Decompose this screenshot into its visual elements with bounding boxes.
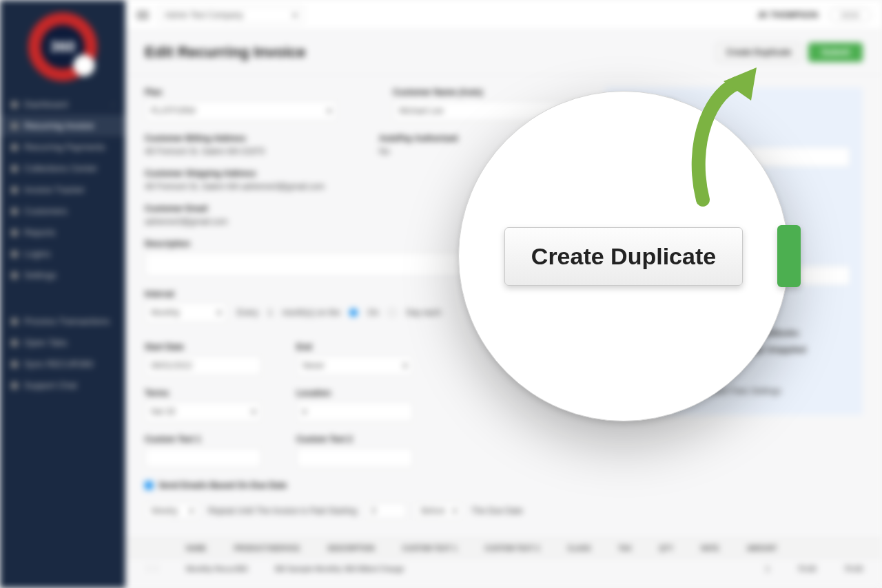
end-select[interactable]: Never▾ bbox=[296, 355, 413, 376]
radio-on-label: On bbox=[367, 308, 378, 317]
col-name: NAME bbox=[186, 545, 206, 552]
drag-handle-icon[interactable]: ⋮⋮ bbox=[145, 565, 158, 574]
col-description: DESCRIPTION bbox=[327, 545, 374, 552]
logo: 360 bbox=[0, 0, 125, 90]
send-email-label: Send Emails Based On Due Date bbox=[158, 481, 287, 490]
sidebar-item-reports[interactable]: Reports bbox=[0, 222, 125, 243]
custom-text2-input[interactable] bbox=[296, 448, 413, 468]
create-duplicate-button-zoomed[interactable]: Create Duplicate bbox=[504, 227, 743, 286]
sidebar-item-label: Recurring Payments bbox=[24, 142, 105, 152]
col-rate: RATE bbox=[701, 545, 719, 552]
col-amount: AMOUNT bbox=[747, 545, 777, 552]
chevron-down-icon: ▾ bbox=[293, 10, 297, 20]
menu-icon[interactable] bbox=[136, 10, 149, 20]
col-qty: QTY bbox=[659, 545, 674, 552]
billing-value: 48 Fremont St, Salem MA 01970 bbox=[145, 147, 269, 156]
table-row[interactable]: ⋮⋮ Monthly Recur360 Bill Sample Monthly … bbox=[125, 559, 882, 578]
location-select[interactable]: ▾ bbox=[296, 401, 413, 422]
interval-num: 1 bbox=[268, 308, 273, 317]
sidebar-item-label: Logins bbox=[24, 249, 50, 259]
row-qty: 1 bbox=[766, 565, 770, 573]
sidebar-item-label: Process Transactions bbox=[24, 316, 110, 326]
row-desc: Bill Sample Monthly 360 Billed Charge bbox=[275, 565, 404, 573]
chevron-down-icon: ▾ bbox=[217, 308, 221, 317]
sidebar-item-label: Collections Center bbox=[24, 163, 97, 174]
terms-select[interactable]: Net 30▾ bbox=[145, 401, 262, 422]
chevron-down-icon: ▾ bbox=[189, 506, 194, 516]
col-product: PRODUCT/SERVICE bbox=[234, 545, 300, 552]
sidebar-item-settings[interactable]: Settings bbox=[0, 264, 125, 286]
col-custom1: CUSTOM TEXT 1 bbox=[402, 545, 458, 552]
interval-unit-label: month(s) on the bbox=[282, 308, 340, 317]
sidebar-item-label: Sync RECUR360 bbox=[24, 359, 93, 369]
username: JK THOMPSON bbox=[757, 10, 818, 20]
signout-button[interactable]: SIGN bbox=[829, 8, 871, 22]
sidebar-item-label: Support Chat bbox=[24, 380, 77, 390]
due-date-text: The Due Date bbox=[471, 506, 523, 516]
start-date-label: Start Date bbox=[145, 342, 269, 352]
chevron-down-icon: ▾ bbox=[327, 106, 331, 116]
row-name: Monthly Recur360 bbox=[186, 565, 247, 573]
send-email-checkbox[interactable] bbox=[145, 481, 153, 490]
sidebar-item-label: Reports bbox=[24, 227, 56, 238]
logo-badge-icon bbox=[73, 54, 95, 76]
plan-label: Plan bbox=[145, 87, 338, 97]
plan-select[interactable]: PLATFORM▾ bbox=[145, 101, 338, 121]
sidebar-item-label: Dashboard bbox=[24, 99, 68, 109]
sidebar-item-collections-center[interactable]: Collections Center bbox=[0, 158, 125, 179]
end-label: End bbox=[296, 342, 420, 352]
col-class: CLASS bbox=[567, 545, 591, 552]
terms-label: Terms bbox=[145, 388, 269, 398]
create-duplicate-button[interactable]: Create Duplicate bbox=[716, 43, 802, 62]
page-header: Edit Recurring Invoice Create Duplicate … bbox=[125, 30, 882, 75]
radio-on[interactable] bbox=[349, 308, 358, 317]
sidebar-item-dashboard[interactable]: Dashboard› bbox=[0, 94, 125, 115]
before-select[interactable]: Before▾ bbox=[415, 503, 463, 519]
chevron-down-icon: ▾ bbox=[252, 407, 256, 417]
sidebar-item-label: Recurring Invoice bbox=[24, 120, 94, 131]
zoom-lens: Create Duplicate bbox=[458, 91, 789, 421]
sidebar-item-invoice-tracker[interactable]: Invoice Tracker bbox=[0, 179, 125, 200]
col-tax: TAX bbox=[618, 545, 631, 552]
sidebar-item-label: Settings bbox=[24, 270, 57, 280]
sidebar-item-open-tabs[interactable]: Open Tabs bbox=[0, 332, 125, 353]
chevron-down-icon: ▾ bbox=[302, 407, 307, 417]
sidebar-item-label: Customers bbox=[24, 206, 68, 216]
autopay-value: No bbox=[379, 147, 503, 156]
sidebar-item-process-transactions[interactable]: Process Transactions bbox=[0, 311, 125, 332]
customer-name-label: Customer Name (Auto) bbox=[393, 87, 586, 97]
sidebar-item-customers[interactable]: Customers bbox=[0, 200, 125, 222]
radio-day[interactable] bbox=[388, 308, 396, 317]
sidebar-item-recurring-payments[interactable]: Recurring Payments bbox=[0, 136, 125, 158]
row-amount: 79.00 bbox=[843, 565, 863, 573]
before-days-input[interactable]: 0 bbox=[365, 503, 407, 519]
topbar: Admin Test Company ▾ JK THOMPSON SIGN bbox=[125, 0, 882, 30]
interval-select[interactable]: Monthly▾ bbox=[145, 302, 227, 323]
submit-button-edge[interactable] bbox=[777, 225, 801, 287]
chevron-down-icon: ▾ bbox=[403, 361, 407, 370]
sidebar: 360 Dashboard› Recurring Invoice Recurri… bbox=[0, 0, 125, 588]
radio-day-label: Day each bbox=[406, 308, 441, 317]
page-title: Edit Recurring Invoice bbox=[145, 43, 306, 61]
line-items-header: NAME PRODUCT/SERVICE DESCRIPTION CUSTOM … bbox=[125, 538, 882, 558]
company-select-value: Admin Test Company bbox=[165, 10, 243, 20]
custom-text1-input[interactable] bbox=[145, 448, 262, 468]
billing-label: Customer Billing Address bbox=[145, 134, 269, 143]
sidebar-item-support-chat[interactable]: Support Chat bbox=[0, 375, 125, 396]
company-select[interactable]: Admin Test Company ▾ bbox=[158, 6, 303, 24]
location-label: Location bbox=[296, 388, 420, 398]
start-date-input[interactable]: 06/01/2022 bbox=[145, 355, 262, 376]
custom-text2-label: Custom Text 2 bbox=[296, 434, 420, 444]
row-rate: 79.00 bbox=[797, 565, 817, 573]
repeat-select[interactable]: Weekly▾ bbox=[145, 503, 200, 519]
sidebar-item-recurring-invoice[interactable]: Recurring Invoice bbox=[0, 115, 125, 136]
sidebar-item-logins[interactable]: Logins bbox=[0, 243, 125, 264]
repeat-text: Repeat Until The Invoice Is Paid Startin… bbox=[208, 506, 357, 516]
sidebar-item-sync[interactable]: Sync RECUR360 bbox=[0, 353, 125, 375]
chevron-down-icon: ▾ bbox=[453, 506, 457, 516]
sidebar-item-label: Open Tabs bbox=[24, 337, 68, 348]
sidebar-item-label: Invoice Tracker bbox=[24, 185, 85, 195]
col-custom2: CUSTOM TEXT 2 bbox=[485, 545, 540, 552]
autopay-label: AutoPay Authorized bbox=[379, 134, 503, 143]
submit-button[interactable]: Submit bbox=[808, 43, 863, 62]
